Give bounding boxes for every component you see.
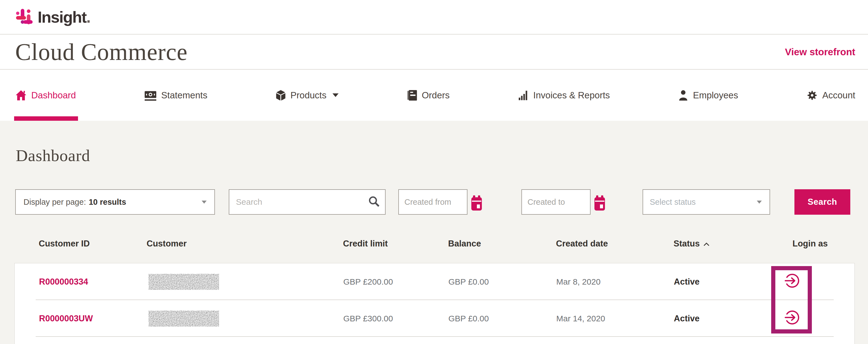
ledger-icon — [407, 90, 417, 101]
chevron-down-icon — [757, 201, 762, 204]
credit-limit-cell: GBP £300.00 — [319, 314, 424, 323]
created-date-cell: Mar 14, 2020 — [532, 314, 649, 323]
balance-cell: GBP £0.00 — [424, 277, 532, 286]
redacted-customer-name — [149, 274, 219, 290]
column-header-balance[interactable]: Balance — [424, 239, 532, 249]
column-header-customer-id[interactable]: Customer ID — [14, 239, 122, 249]
nav-label: Invoices & Reports — [533, 90, 610, 101]
insight-wordmark: Insight. — [38, 8, 90, 26]
nav-label: Orders — [422, 90, 450, 101]
customers-table: R000000334 GBP £200.00 GBP £0.00 Mar 8, … — [14, 263, 855, 344]
status-cell: Active — [649, 277, 768, 287]
insight-logo[interactable]: Insight. — [16, 8, 90, 26]
chevron-down-icon — [333, 93, 339, 97]
table-row: R0000003UW GBP £300.00 GBP £0.00 Mar 14,… — [15, 300, 855, 337]
column-header-created-date[interactable]: Created date — [532, 239, 649, 249]
nav-tab-statements[interactable]: Statements — [144, 70, 208, 121]
top-brand-bar: Insight. — [0, 0, 868, 35]
created-to-input[interactable] — [522, 198, 577, 207]
person-icon — [678, 90, 688, 101]
chevron-down-icon — [202, 201, 207, 204]
balance-cell: GBP £0.00 — [424, 314, 532, 323]
column-header-customer[interactable]: Customer — [122, 239, 319, 249]
section-heading: Dashboard — [0, 121, 868, 165]
login-as-cell — [768, 309, 855, 328]
login-as-cell — [768, 273, 855, 291]
customer-name-cell — [123, 274, 319, 290]
view-storefront-link[interactable]: View storefront — [785, 46, 855, 58]
sort-ascending-icon — [703, 239, 710, 249]
calendar-icon[interactable] — [471, 197, 482, 211]
nav-label: Products — [290, 90, 327, 101]
nav-tab-orders[interactable]: Orders — [407, 70, 450, 121]
select-status-dropdown[interactable]: Select status — [643, 189, 770, 215]
status-cell: Active — [649, 314, 768, 323]
home-icon — [15, 90, 27, 101]
column-header-status[interactable]: Status — [649, 239, 768, 249]
column-header-login-as: Login as — [768, 239, 855, 249]
nav-label: Employees — [693, 90, 738, 101]
select-status-placeholder: Select status — [650, 198, 696, 207]
gear-icon — [806, 90, 818, 101]
nav-label: Dashboard — [31, 90, 76, 101]
cube-icon — [276, 90, 286, 101]
banknote-icon — [144, 90, 157, 101]
nav-tab-products[interactable]: Products — [276, 70, 339, 121]
nav-tab-dashboard[interactable]: Dashboard — [15, 70, 76, 121]
nav-tab-invoices-reports[interactable]: Invoices & Reports — [518, 70, 610, 121]
customer-id-link[interactable]: R0000003UW — [15, 314, 123, 323]
created-from-input[interactable] — [399, 198, 454, 207]
page-title: Cloud Commerce — [15, 38, 188, 66]
customer-id-link[interactable]: R000000334 — [15, 277, 123, 287]
dashboard-content: Dashboard Display per page: 10 results S… — [0, 121, 868, 344]
search-icon[interactable] — [368, 195, 380, 209]
nav-label: Statements — [161, 90, 208, 101]
display-per-page-value: 10 results — [89, 198, 126, 207]
credit-limit-cell: GBP £200.00 — [319, 277, 424, 286]
display-per-page-select[interactable]: Display per page: 10 results — [15, 189, 215, 215]
insight-hash-icon — [16, 9, 33, 26]
login-as-icon[interactable] — [784, 309, 855, 328]
title-bar: Cloud Commerce View storefront — [0, 35, 868, 70]
login-as-icon[interactable] — [784, 273, 855, 291]
main-nav: Dashboard Statements Products Orders Inv… — [0, 70, 868, 121]
redacted-customer-name — [149, 311, 219, 326]
nav-tab-employees[interactable]: Employees — [678, 70, 738, 121]
created-from-field — [398, 189, 467, 215]
search-input[interactable] — [229, 197, 351, 207]
bar-chart-icon — [518, 90, 529, 101]
created-date-cell: Mar 8, 2020 — [532, 277, 649, 286]
table-row: R000000334 GBP £200.00 GBP £0.00 Mar 8, … — [15, 263, 855, 300]
nav-tab-account[interactable]: Account — [806, 70, 855, 121]
column-header-credit-limit[interactable]: Credit limit — [319, 239, 424, 249]
search-box — [229, 189, 385, 215]
customer-name-cell — [123, 311, 319, 326]
nav-label: Account — [823, 90, 855, 101]
table-header-row: Customer ID Customer Credit limit Balanc… — [14, 230, 855, 257]
created-to-field — [521, 189, 591, 215]
calendar-icon[interactable] — [594, 197, 605, 211]
search-button[interactable]: Search — [795, 189, 850, 215]
display-per-page-label: Display per page: — [24, 198, 86, 207]
filter-bar: Display per page: 10 results Select stat… — [15, 189, 868, 215]
